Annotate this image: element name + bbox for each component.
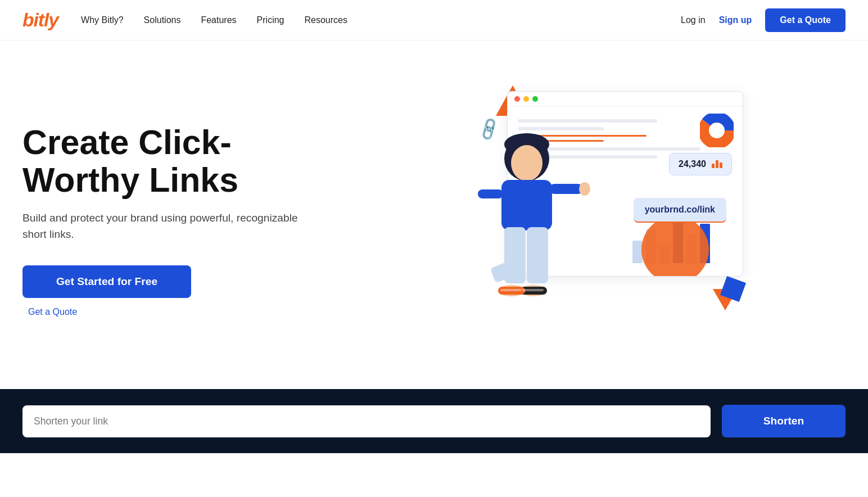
nav-item-pricing[interactable]: Pricing [257, 15, 284, 25]
svg-point-5 [511, 145, 542, 181]
hero-left: Create Click-Worthy Links Build and prot… [22, 124, 315, 317]
hero-right: 🔗 [315, 80, 846, 361]
svg-point-2 [709, 123, 725, 138]
get-started-button[interactable]: Get Started for Free [22, 265, 191, 298]
svg-rect-7 [549, 184, 583, 194]
nav-item-features[interactable]: Features [201, 15, 236, 25]
svg-rect-17 [500, 289, 522, 291]
svg-point-8 [579, 182, 590, 196]
nav-item-resources[interactable]: Resources [304, 15, 347, 25]
illustration-container: 🔗 [417, 85, 743, 355]
shorten-input[interactable] [22, 405, 711, 437]
person-illustration [440, 119, 597, 355]
stats-badge: 24,340 [669, 153, 732, 175]
person-svg [440, 119, 597, 355]
pie-svg [700, 114, 734, 147]
dashboard-pie-chart [700, 114, 734, 147]
window-dot-yellow [523, 96, 529, 102]
svg-rect-6 [501, 180, 552, 231]
nav-item-solutions[interactable]: Solutions [144, 15, 181, 25]
navbar: bitly Why Bitly? Solutions Features Pric… [0, 0, 868, 40]
signup-link[interactable]: Sign up [719, 15, 752, 25]
window-dot-red [514, 96, 520, 102]
mini-bar-3 [720, 162, 722, 168]
hero-title: Create Click-Worthy Links [22, 124, 315, 199]
shorten-button[interactable]: Shorten [722, 405, 846, 437]
svg-rect-9 [478, 189, 503, 198]
dashboard-top-bar [508, 92, 743, 107]
bar-chart-icon [712, 160, 722, 168]
mini-bar-1 [712, 164, 715, 168]
orange-circle-decoration [641, 216, 709, 277]
login-link[interactable]: Log in [681, 15, 706, 25]
svg-rect-11 [527, 227, 548, 283]
hero-subtitle: Build and protect your brand using power… [22, 210, 304, 243]
bottom-bar: Shorten [0, 389, 868, 453]
mini-bar-2 [716, 160, 718, 168]
logo[interactable]: bitly [22, 10, 58, 31]
nav-quote-button[interactable]: Get a Quote [765, 8, 846, 32]
hero-quote-link[interactable]: Get a Quote [22, 307, 315, 317]
nav-links: Why Bitly? Solutions Features Pricing Re… [81, 15, 681, 25]
window-dot-green [532, 96, 538, 102]
nav-actions: Log in Sign up Get a Quote [681, 8, 846, 32]
svg-rect-18 [522, 289, 544, 291]
nav-item-why-bitly[interactable]: Why Bitly? [81, 15, 124, 25]
stats-number: 24,340 [679, 159, 706, 169]
link-badge: yourbrnd.co/link [634, 198, 726, 223]
hero-section: Create Click-Worthy Links Build and prot… [0, 40, 868, 389]
